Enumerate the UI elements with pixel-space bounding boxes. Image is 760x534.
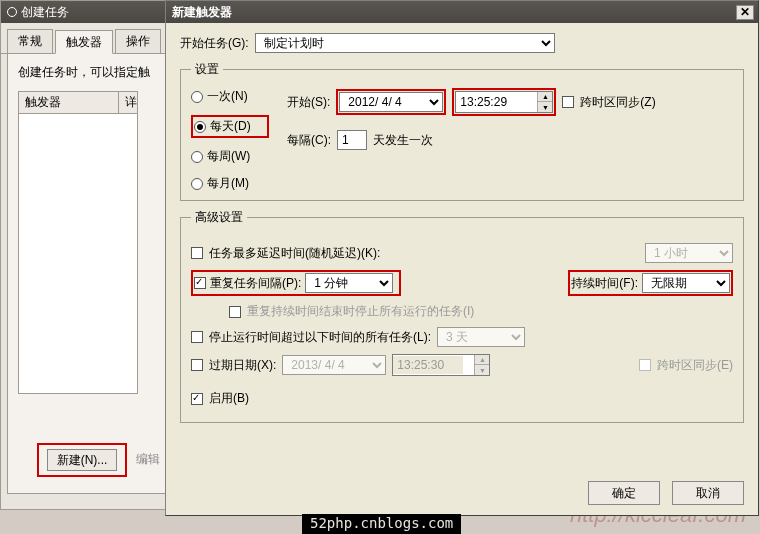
start-time-spinner[interactable]: ▲▼	[455, 91, 553, 113]
start-task-select[interactable]: 制定计划时	[255, 33, 555, 53]
edit-button-disabled: 编辑	[136, 451, 160, 468]
tab-general[interactable]: 常规	[7, 29, 53, 53]
tz-sync-checkbox[interactable]	[562, 96, 574, 108]
start-date-highlight: 2012/ 4/ 4	[336, 89, 446, 115]
tz-sync2-label: 跨时区同步(E)	[657, 357, 733, 374]
stop-longer-checkbox[interactable]	[191, 331, 203, 343]
clock-icon	[7, 7, 17, 17]
new-button-highlight: 新建(N)...	[37, 443, 127, 477]
close-icon[interactable]: ✕	[736, 5, 754, 20]
start-label: 开始(S):	[287, 94, 330, 111]
spin-up-icon: ▲	[475, 355, 489, 365]
schedule-radio-group: 一次(N) 每天(D) 每周(W) 每月(M)	[191, 88, 269, 192]
delay-checkbox[interactable]	[191, 247, 203, 259]
stop-at-end-label: 重复持续时间结束时停止所有运行的任务(I)	[247, 303, 474, 320]
settings-fieldset: 设置 一次(N) 每天(D) 每周(W) 每月(M) 开始(S): 2012/ …	[180, 61, 744, 201]
repeat-label: 重复任务间隔(P):	[210, 275, 301, 292]
ok-button[interactable]: 确定	[588, 481, 660, 505]
tz-sync2-checkbox	[639, 359, 651, 371]
radio-daily[interactable]: 每天(D)	[191, 115, 269, 138]
stop-longer-label: 停止运行时间超过以下时间的所有任务(L):	[209, 329, 431, 346]
watermark-source: 52php.cnblogs.com	[302, 514, 461, 534]
start-time-highlight: ▲▼	[452, 88, 556, 116]
spin-down-icon: ▼	[475, 365, 489, 375]
dialog-content: 开始任务(G): 制定计划时 设置 一次(N) 每天(D) 每周(W) 每月(M…	[166, 23, 758, 441]
expire-label: 过期日期(X):	[209, 357, 276, 374]
start-task-label: 开始任务(G):	[180, 35, 249, 52]
stop-longer-select: 3 天	[437, 327, 525, 347]
stop-at-end-checkbox[interactable]	[229, 306, 241, 318]
col-trigger[interactable]: 触发器	[18, 91, 118, 114]
radio-monthly[interactable]: 每月(M)	[191, 175, 269, 192]
delay-label: 任务最多延迟时间(随机延迟)(K):	[209, 245, 380, 262]
repeat-checkbox[interactable]	[194, 277, 206, 289]
every-input[interactable]	[337, 130, 367, 150]
tz-sync-label: 跨时区同步(Z)	[580, 94, 655, 111]
spin-down-icon[interactable]: ▼	[538, 102, 552, 112]
create-task-title: 创建任务	[21, 4, 69, 21]
repeat-select[interactable]: 1 分钟	[305, 273, 393, 293]
tab-actions[interactable]: 操作	[115, 29, 161, 53]
duration-select[interactable]: 无限期	[642, 273, 730, 293]
every-label: 每隔(C):	[287, 132, 331, 149]
radio-once[interactable]: 一次(N)	[191, 88, 269, 105]
expire-checkbox[interactable]	[191, 359, 203, 371]
spin-up-icon[interactable]: ▲	[538, 92, 552, 102]
duration-label: 持续时间(F):	[571, 275, 638, 292]
delay-select: 1 小时	[645, 243, 733, 263]
new-trigger-title: 新建触发器	[172, 4, 232, 21]
enable-label: 启用(B)	[209, 390, 249, 407]
advanced-legend: 高级设置	[191, 209, 247, 226]
tab-triggers[interactable]: 触发器	[55, 30, 113, 54]
expire-date-input: 2013/ 4/ 4	[282, 355, 386, 375]
new-trigger-button[interactable]: 新建(N)...	[47, 449, 117, 471]
cancel-button[interactable]: 取消	[672, 481, 744, 505]
every-suffix: 天发生一次	[373, 132, 433, 149]
radio-weekly[interactable]: 每周(W)	[191, 148, 269, 165]
settings-legend: 设置	[191, 61, 223, 78]
expire-time-spinner: ▲▼	[392, 354, 490, 376]
advanced-fieldset: 高级设置 任务最多延迟时间(随机延迟)(K): 1 小时 重复任务间隔(P): …	[180, 209, 744, 423]
enable-checkbox[interactable]	[191, 393, 203, 405]
new-trigger-titlebar: 新建触发器 ✕	[166, 1, 758, 23]
start-date-input[interactable]: 2012/ 4/ 4	[339, 92, 443, 112]
new-trigger-window: 新建触发器 ✕ 开始任务(G): 制定计划时 设置 一次(N) 每天(D) 每周…	[165, 0, 759, 516]
col-detail[interactable]: 详	[118, 91, 138, 114]
start-time-input[interactable]	[456, 93, 526, 111]
trigger-list[interactable]	[18, 114, 138, 394]
expire-time-input	[393, 356, 463, 374]
